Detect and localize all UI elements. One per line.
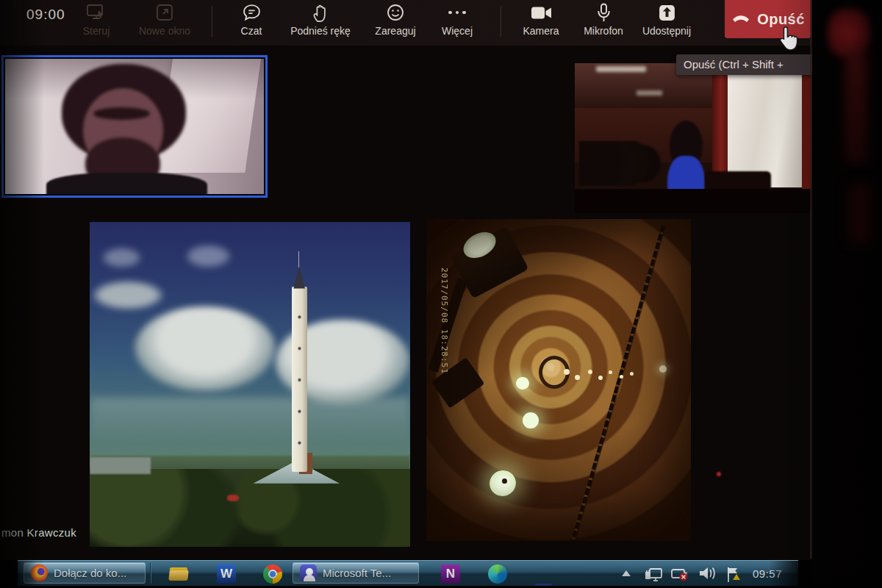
microphone-button[interactable]: Mikrofon: [575, 0, 632, 46]
raised-hand-icon: [312, 1, 330, 24]
ellipsis-icon: [448, 1, 466, 24]
chat-icon: [242, 1, 262, 24]
room-video-tile[interactable]: [575, 63, 811, 213]
show-hidden-icons-arrow[interactable]: [622, 570, 631, 576]
active-speaker-video-tile[interactable]: [1, 55, 268, 198]
distant-building: [90, 457, 151, 473]
red-indicator-dot: [717, 472, 721, 476]
control-label: Steruj: [83, 25, 110, 37]
react-label: Zareaguj: [375, 25, 415, 37]
onenote-letter: N: [446, 567, 455, 581]
speaker-video-frame: [5, 59, 264, 194]
meeting-stage: 2017/05/08 18:28:51 mon Krawczuk: [0, 46, 811, 560]
speaker-brow: [93, 107, 150, 120]
shared-slide-tower-photo: [90, 222, 410, 547]
join-meeting-label: Dołącz do ko...: [54, 567, 126, 579]
more-label: Więcej: [442, 25, 473, 37]
foreground-desk: [575, 189, 811, 213]
photo-background: [812, 0, 882, 588]
toolbar-divider: [212, 6, 212, 37]
taskbar-fade: [769, 561, 798, 587]
chat-label: Czat: [241, 25, 262, 37]
taskbar-fade: [18, 561, 37, 587]
camera-icon: [531, 1, 552, 24]
cloud-band: [90, 398, 410, 450]
teams-window-label: Microsoft Te...: [323, 567, 391, 579]
speaker-shirt: [46, 173, 207, 194]
teams-icon: [300, 564, 317, 581]
control-button[interactable]: Steruj: [71, 0, 122, 46]
new-window-icon: [155, 1, 174, 24]
ceiling-light: [637, 90, 662, 96]
taskbar-divider: [150, 563, 151, 584]
taskbar-teams-button[interactable]: Microsoft Te...: [293, 562, 419, 584]
meeting-timer: 09:00: [26, 7, 65, 23]
participant-name-label: mon Krawczuk: [1, 526, 76, 539]
treeline: [90, 469, 410, 547]
cloud: [186, 245, 231, 268]
red-reflection: [845, 53, 867, 163]
more-button[interactable]: Więcej: [431, 0, 484, 46]
share-label: Udostępnij: [642, 25, 691, 37]
react-button[interactable]: Zareaguj: [363, 0, 428, 46]
speaker-tray-icon[interactable]: [698, 566, 717, 584]
microphone-icon: [596, 1, 612, 24]
tunnel-vignette: [426, 219, 691, 541]
red-reflection: [828, 9, 870, 57]
chrome-icon[interactable]: [263, 564, 282, 584]
new-window-button[interactable]: Nowe okno: [129, 0, 200, 46]
ceiling-light: [596, 66, 646, 72]
drop-tower-tip: [293, 266, 305, 289]
red-structure: [227, 495, 238, 501]
action-center-flag-icon[interactable]: [725, 566, 743, 587]
smiley-icon: [386, 1, 405, 24]
leave-tooltip: Opuść (Ctrl + Shift +: [676, 54, 820, 75]
cloud: [93, 281, 163, 310]
microphone-label: Mikrofon: [584, 25, 623, 37]
raise-hand-button[interactable]: Podnieś rękę: [282, 0, 359, 46]
meeting-toolbar: 09:00 Steruj Nowe okno Czat: [0, 0, 811, 46]
share-button[interactable]: Udostępnij: [635, 0, 698, 46]
screen-control-icon: [86, 1, 107, 24]
word-icon[interactable]: W: [217, 564, 236, 584]
cursor-pointer: [776, 25, 801, 56]
battery-tray-icon[interactable]: [670, 566, 689, 585]
camera-button[interactable]: Kamera: [513, 0, 569, 46]
hangup-icon: [731, 12, 750, 26]
network-tray-icon[interactable]: [644, 566, 663, 585]
chat-button[interactable]: Czat: [227, 0, 276, 46]
taskbar-join-meeting-button[interactable]: Dołącz do ko...: [24, 562, 146, 584]
share-screen-icon: [658, 1, 676, 24]
drop-tower-shaft: [292, 287, 307, 472]
word-letter: W: [220, 567, 232, 581]
cloud: [135, 306, 276, 391]
cloud: [102, 248, 140, 268]
onenote-icon[interactable]: N: [441, 564, 460, 584]
file-explorer-icon[interactable]: [169, 564, 188, 584]
camera-label: Kamera: [523, 25, 559, 37]
red-reflection: [850, 184, 870, 243]
shared-slide-tunnel-photo: 2017/05/08 18:28:51: [426, 219, 691, 541]
toolbar-divider: [501, 6, 501, 37]
drop-tower-spike: [298, 251, 299, 268]
windows-taskbar: Dołącz do ko... W Microsoft Te... N: [18, 560, 798, 587]
new-window-label: Nowe okno: [139, 25, 190, 37]
raise-hand-label: Podnieś rękę: [290, 25, 351, 37]
edge-icon[interactable]: [488, 564, 507, 584]
timestamp-watermark: 2017/05/08 18:28:51: [440, 268, 449, 374]
